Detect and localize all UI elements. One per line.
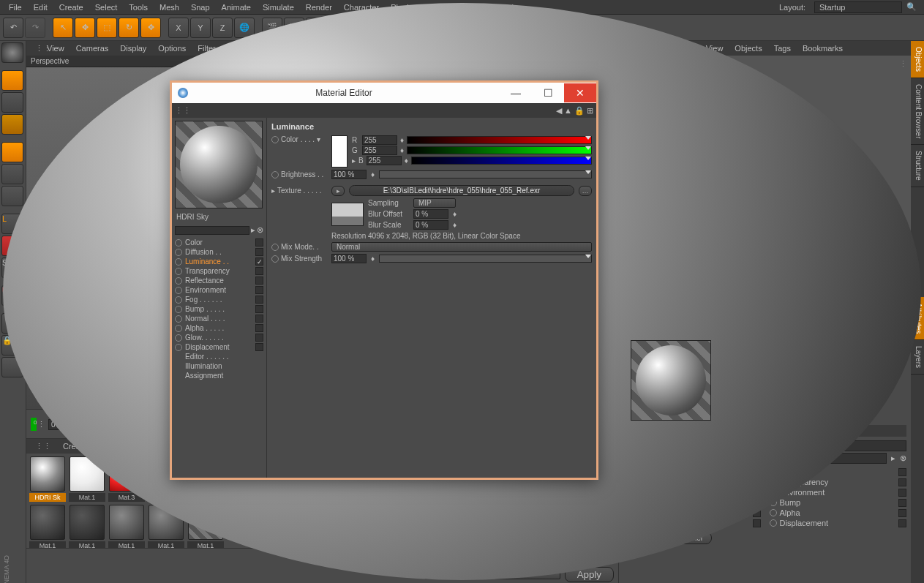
minimize-button[interactable]: — — [500, 83, 532, 102]
slider-blue[interactable] — [411, 157, 592, 165]
menu-tools[interactable]: Tools — [123, 1, 154, 13]
menu-file[interactable]: File — [3, 1, 28, 13]
undo-button[interactable]: ↶ — [3, 18, 23, 38]
radio-icon[interactable] — [271, 244, 279, 251]
texture-mode-button[interactable] — [1, 92, 23, 113]
maximize-button[interactable]: ☐ — [532, 83, 564, 102]
radio-icon[interactable] — [175, 315, 182, 323]
slider-green[interactable] — [407, 146, 592, 154]
sampling-dropdown[interactable]: MIP — [413, 198, 456, 208]
radio-icon[interactable] — [175, 268, 182, 275]
material-item[interactable]: Mat.1 — [69, 505, 105, 550]
menu-mesh[interactable]: Mesh — [154, 1, 185, 13]
arrow-icon[interactable]: ▸ — [251, 225, 255, 235]
rotate-tool[interactable]: ↻ — [119, 18, 139, 38]
scale-tool[interactable]: ⬚ — [97, 18, 117, 38]
radio-icon[interactable] — [175, 334, 182, 342]
layer-arrow-icon[interactable]: ▸ — [891, 454, 895, 463]
layout-dropdown[interactable]: Startup — [814, 1, 902, 13]
layer-field[interactable] — [175, 226, 249, 235]
channel-check[interactable] — [255, 296, 263, 304]
channel-check[interactable] — [898, 509, 906, 517]
texture-browse-button[interactable]: … — [579, 186, 592, 196]
radio-icon[interactable] — [175, 287, 182, 294]
menu-render[interactable]: Render — [300, 1, 338, 13]
channel-check[interactable] — [255, 257, 263, 266]
model-mode-button[interactable] — [1, 70, 23, 91]
texture-thumbnail[interactable] — [331, 203, 364, 226]
make-editable-button[interactable] — [1, 42, 23, 63]
vtab-content[interactable]: Content Browser — [911, 78, 924, 145]
channel-check[interactable] — [255, 305, 263, 313]
vtab-structure[interactable]: Structure — [911, 145, 924, 187]
menu-create[interactable]: Create — [53, 1, 89, 13]
objmenu-tags[interactable]: Tags — [768, 42, 797, 54]
radio-icon[interactable] — [175, 344, 182, 351]
search-icon[interactable]: 🔍 — [902, 1, 921, 13]
channel-check[interactable] — [898, 519, 906, 527]
objmenu-objects[interactable]: Objects — [729, 42, 767, 54]
menu-animate[interactable]: Animate — [216, 1, 257, 13]
menu-select[interactable]: Select — [89, 1, 124, 13]
menu-simulate[interactable]: Simulate — [257, 1, 300, 13]
close-button[interactable]: ✕ — [564, 83, 596, 102]
channel-check[interactable] — [898, 499, 906, 507]
material-item[interactable]: Mat.1 — [108, 505, 145, 550]
radio-icon[interactable] — [770, 519, 777, 527]
menu-snap[interactable]: Snap — [185, 1, 216, 13]
mix-strength-input[interactable] — [331, 254, 367, 263]
channel-check[interactable] — [255, 248, 263, 256]
channel-check[interactable] — [255, 238, 263, 247]
slider-mix-strength[interactable] — [379, 255, 592, 263]
vmenu-view[interactable]: View — [41, 42, 70, 54]
channel-check[interactable] — [898, 468, 906, 476]
axis-x-button[interactable]: X — [168, 18, 189, 38]
radio-icon[interactable] — [175, 239, 182, 247]
channel-luminance[interactable]: Luminance . . — [185, 257, 252, 266]
me-material-name[interactable]: HDRI Sky — [175, 211, 263, 222]
move-tool[interactable]: ✥ — [75, 18, 95, 38]
vis-dot-icon[interactable]: ⋮ — [899, 59, 907, 69]
radio-icon[interactable] — [175, 325, 182, 332]
slider-brightness[interactable] — [379, 170, 592, 178]
color-swatch[interactable] — [331, 135, 348, 168]
channel-check[interactable] — [898, 478, 906, 486]
vmenu-options[interactable]: Options — [152, 42, 192, 54]
color-mode-icon[interactable]: ▸ — [352, 157, 356, 165]
channel-check[interactable] — [255, 277, 263, 285]
channel-check[interactable] — [898, 489, 906, 497]
material-item[interactable]: HDRI Sk — [29, 456, 66, 502]
me-sub-illumination[interactable]: Illumination — [175, 361, 263, 371]
color-b-input[interactable] — [367, 156, 402, 165]
channel-check[interactable] — [255, 286, 263, 294]
radio-icon[interactable] — [271, 171, 279, 178]
radio-icon[interactable] — [175, 296, 182, 304]
radio-icon[interactable] — [271, 255, 279, 263]
texture-arrow-button[interactable]: ▸ — [331, 186, 345, 196]
channel-check[interactable] — [255, 324, 263, 332]
channel-check[interactable] — [255, 343, 263, 351]
radio-icon[interactable] — [175, 249, 182, 256]
mix-mode-dropdown[interactable]: Normal — [331, 242, 592, 252]
last-tool[interactable]: ✥ — [140, 18, 161, 38]
vtab-objects[interactable]: Objects — [911, 41, 924, 78]
radio-icon[interactable] — [175, 277, 182, 285]
me-sub-assignment[interactable]: Assignment — [175, 371, 263, 380]
blur-scale-input[interactable] — [413, 220, 448, 230]
axis-y-button[interactable]: Y — [190, 18, 211, 38]
radio-icon[interactable] — [175, 306, 182, 313]
menu-edit[interactable]: Edit — [28, 1, 53, 13]
channel-check[interactable] — [255, 315, 263, 323]
axis-z-button[interactable]: Z — [212, 18, 233, 38]
vmenu-display[interactable]: Display — [114, 42, 152, 54]
window-titlebar[interactable]: Material Editor — ☐ ✕ — [172, 83, 596, 103]
blur-offset-input[interactable] — [413, 209, 448, 219]
select-tool[interactable]: ↖ — [53, 18, 73, 38]
me-material-preview[interactable] — [175, 121, 263, 208]
color-g-input[interactable] — [362, 146, 397, 155]
me-sub-editor[interactable]: Editor . . . . . . — [175, 352, 263, 361]
brightness-input[interactable] — [331, 170, 367, 179]
nav-back-icon[interactable]: ◀ ▲ 🔒 ⊞ — [556, 106, 593, 116]
points-mode-button[interactable] — [1, 142, 23, 162]
edges-mode-button[interactable] — [1, 164, 23, 184]
